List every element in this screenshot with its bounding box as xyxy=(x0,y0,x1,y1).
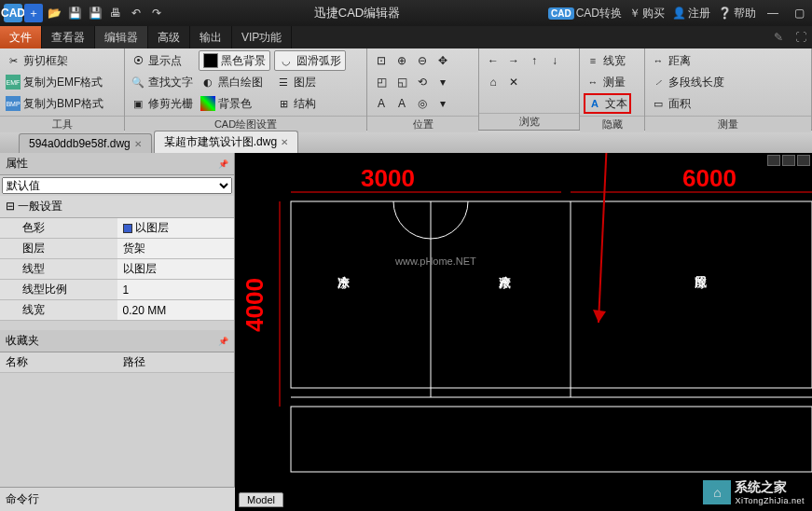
tab-editor[interactable]: 编辑器 xyxy=(95,26,148,48)
ruler-icon: ↔ xyxy=(585,75,600,90)
copy-bmp-button[interactable]: BMP复制为BMP格式 xyxy=(4,93,105,114)
bw-icon: ◐ xyxy=(200,75,215,90)
close-icon[interactable]: ✕ xyxy=(281,137,288,147)
group-label-measure: 测量 xyxy=(645,116,811,132)
structure-button[interactable]: ⊞结构 xyxy=(274,93,346,114)
zoom-window-icon[interactable]: ◰ xyxy=(371,72,392,92)
nav-home-icon[interactable]: ⌂ xyxy=(483,72,503,92)
svg-marker-9 xyxy=(593,310,606,323)
drawing-canvas[interactable]: 3000 6000 4000 水产冷冻 水产冷藏 日配冷冻 www.pHome.… xyxy=(235,153,812,511)
canvas-close-icon[interactable] xyxy=(797,155,810,166)
new-icon[interactable]: ＋ xyxy=(24,4,43,22)
save-icon[interactable]: 💾 xyxy=(65,4,84,22)
linewidth-button[interactable]: ≡线宽 xyxy=(584,50,631,71)
view-b-icon[interactable]: A xyxy=(392,93,412,114)
area-button[interactable]: ▭面积 xyxy=(649,93,726,114)
doc-tab-1[interactable]: 594a0ddb9e58f.dwg✕ xyxy=(19,133,152,153)
tab-advanced[interactable]: 高级 xyxy=(148,26,190,48)
print-icon[interactable]: 🖶 xyxy=(106,4,125,22)
bg-color-button[interactable]: 背景色 xyxy=(199,93,270,114)
clip-frame-button[interactable]: ✂剪切框架 xyxy=(4,50,105,71)
zoom-in-icon[interactable]: ⊕ xyxy=(392,50,412,71)
svg-rect-3 xyxy=(291,201,812,388)
yen-icon: ￥ xyxy=(629,6,640,21)
expand-icon[interactable]: ⛶ xyxy=(790,26,812,48)
doc-tab-2[interactable]: 某超市建筑设计图.dwg✕ xyxy=(154,131,298,153)
nav-left-icon[interactable]: ← xyxy=(483,50,503,71)
nav-up-icon[interactable]: ↑ xyxy=(524,50,544,71)
ruler-pencil-icon[interactable]: ✎ xyxy=(767,26,790,48)
default-select[interactable]: 默认值 xyxy=(2,177,232,194)
watermark-text: www.pHome.NET xyxy=(394,256,476,267)
buy-button[interactable]: ￥购买 xyxy=(629,6,665,21)
table-row: 线型以图层 xyxy=(0,259,234,280)
nav-x-icon[interactable]: ✕ xyxy=(503,72,524,92)
group-label-hidden: 隐藏 xyxy=(580,116,644,132)
smooth-arc-button[interactable]: ◡圆滑弧形 xyxy=(274,50,346,71)
table-row: 线宽0.20 MM xyxy=(0,300,234,321)
canvas-max-icon[interactable] xyxy=(782,155,795,166)
nav-down-icon[interactable]: ↓ xyxy=(544,50,565,71)
zoom-out-icon[interactable]: ⊖ xyxy=(412,50,433,71)
dim-6000: 6000 xyxy=(682,164,736,192)
close-icon[interactable]: ✕ xyxy=(134,139,142,149)
undo-icon[interactable]: ↶ xyxy=(127,4,145,22)
down2-icon[interactable]: ▾ xyxy=(433,93,453,114)
area-icon: ▭ xyxy=(651,96,666,111)
nav-right-icon[interactable]: → xyxy=(503,50,524,71)
section-general[interactable]: ⊟ 一般设置 xyxy=(0,196,234,218)
tab-viewer[interactable]: 查看器 xyxy=(42,26,95,48)
ribbon: ✂剪切框架 EMF复制为EMF格式 BMP复制为BMP格式 工具 ⦿显示点 🔍查… xyxy=(0,48,812,131)
table-row: 线型比例1 xyxy=(0,280,234,300)
app-title: 迅捷CAD编辑器 xyxy=(166,5,548,21)
tab-file[interactable]: 文件 xyxy=(0,26,42,48)
open-icon[interactable]: 📂 xyxy=(45,4,63,22)
bw-draw-button[interactable]: ◐黑白绘图 xyxy=(199,72,270,92)
copy-emf-button[interactable]: EMF复制为EMF格式 xyxy=(4,72,105,92)
user-icon: 👤 xyxy=(672,7,686,20)
group-label-position: 位置 xyxy=(367,116,478,132)
command-line[interactable]: 命令行 xyxy=(0,487,235,511)
model-tab[interactable]: Model xyxy=(239,492,283,507)
saveas-icon[interactable]: 💾 xyxy=(86,4,104,22)
zoom-ext-icon[interactable]: ◱ xyxy=(392,72,412,92)
help-button[interactable]: ❔帮助 xyxy=(718,6,756,21)
minimize-icon[interactable]: — xyxy=(764,4,782,22)
ribbon-tabs: 文件 查看器 编辑器 高级 输出 VIP功能 ✎ ⛶ xyxy=(0,26,812,48)
canvas-min-icon[interactable] xyxy=(767,155,780,166)
measure-button[interactable]: ↔测量 xyxy=(584,72,631,92)
pin-icon[interactable]: 📌 xyxy=(218,337,228,346)
find-text-button[interactable]: 🔍查找文字 xyxy=(129,72,195,92)
text-button[interactable]: A文本 xyxy=(584,93,631,114)
clip-raster-button[interactable]: ▣修剪光栅 xyxy=(129,93,195,114)
text-icon: A xyxy=(587,96,602,111)
point-icon: ⦿ xyxy=(131,53,145,68)
register-button[interactable]: 👤注册 xyxy=(672,6,710,21)
show-point-button[interactable]: ⦿显示点 xyxy=(129,50,195,71)
app-icon: CAD xyxy=(4,4,22,22)
svg-line-8 xyxy=(599,153,608,323)
polylen-button[interactable]: ⟋多段线长度 xyxy=(649,72,726,92)
zoom-prev-icon[interactable]: ⟲ xyxy=(412,72,433,92)
layer-button[interactable]: ☰图层 xyxy=(274,72,346,92)
scissors-icon: ✂ xyxy=(6,53,21,68)
down-icon[interactable]: ▾ xyxy=(433,72,453,92)
distance-button[interactable]: ↔距离 xyxy=(649,50,726,71)
tab-vip[interactable]: VIP功能 xyxy=(232,26,292,48)
redo-icon[interactable]: ↷ xyxy=(147,4,166,22)
properties-table: 色彩以图层 图层货架 线型以图层 线型比例1 线宽0.20 MM xyxy=(0,218,234,321)
dim-4000: 4000 xyxy=(241,278,268,332)
linewidth-icon: ≡ xyxy=(585,53,600,68)
pin-icon[interactable]: 📌 xyxy=(218,159,228,169)
black-bg-button[interactable]: 黑色背景 xyxy=(199,50,270,71)
pan-icon[interactable]: ✥ xyxy=(433,50,453,71)
maximize-icon[interactable]: ▢ xyxy=(790,4,808,22)
house-icon: ⌂ xyxy=(703,480,731,504)
zoom-fit-icon[interactable]: ⊡ xyxy=(371,50,392,71)
view-c-icon[interactable]: ◎ xyxy=(412,93,433,114)
tab-output[interactable]: 输出 xyxy=(190,26,232,48)
cad-convert-button[interactable]: CADCAD转换 xyxy=(548,6,622,21)
favorites-table: 名称路径 xyxy=(0,352,234,373)
view-a-icon[interactable]: A xyxy=(371,93,392,114)
document-tabs: 594a0ddb9e58f.dwg✕ 某超市建筑设计图.dwg✕ xyxy=(0,131,812,153)
